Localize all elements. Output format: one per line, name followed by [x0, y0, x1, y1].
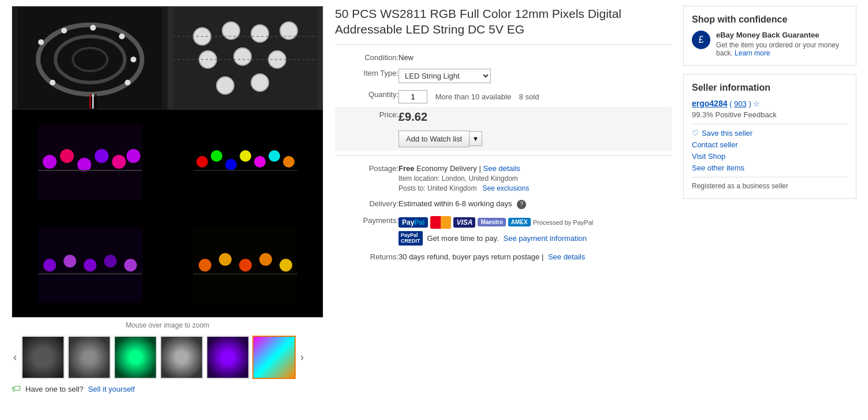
svg-point-51	[199, 259, 211, 272]
postage-label: Postage:	[335, 161, 398, 196]
item-type-select[interactable]: LED String Light Other	[398, 69, 491, 83]
sell-yourself-link[interactable]: Sell it yourself	[88, 385, 135, 393]
seller-rating: (	[729, 99, 732, 108]
price-label: Price:	[335, 107, 398, 127]
main-image-grid-1	[12, 110, 167, 213]
svg-point-36	[211, 150, 222, 162]
watch-cell: Add to Watch list ▼	[398, 127, 672, 151]
svg-point-46	[84, 259, 96, 272]
svg-point-39	[254, 156, 266, 168]
svg-point-55	[280, 259, 292, 272]
postage-see-details-link[interactable]: See details	[483, 164, 520, 173]
returns-pipe: |	[542, 252, 546, 261]
svg-point-4	[38, 39, 44, 45]
payments-row: Payments: PayPal	[335, 213, 672, 250]
thumbnail-4[interactable]	[160, 336, 203, 379]
paypal-credit-text: Get more time to pay.	[427, 234, 499, 243]
feedback-positive: 99.3% Positive Feedback	[692, 110, 848, 119]
delivery-label: Delivery:	[335, 196, 398, 213]
thumbnail-row: ‹ ›	[12, 336, 323, 379]
seller-box: Seller information ergo4284 ( 903 ) ☆ ) …	[683, 74, 856, 199]
thumb-next-button[interactable]: ›	[299, 351, 306, 363]
svg-point-17	[251, 25, 269, 42]
price-value: £9.62	[398, 110, 427, 123]
returns-see-details-link[interactable]: See details	[548, 252, 585, 261]
paypal-credit-row: PayPalCREDIT Get more time to pay. See p…	[398, 231, 672, 246]
delivery-info-icon[interactable]: ?	[517, 200, 526, 209]
condition-label: Condition:	[335, 50, 398, 65]
thumbnail-1[interactable]	[21, 336, 65, 379]
condition-row: Condition: New	[335, 50, 672, 65]
thumbnail-3[interactable]	[114, 336, 157, 379]
payments-label: Payments:	[335, 213, 398, 250]
amex-logo: AMEX	[508, 218, 531, 226]
registered-text: Registered as a business seller	[692, 182, 848, 190]
posts-space	[479, 184, 480, 192]
price-cell: £9.62	[398, 107, 672, 127]
product-table: Condition: New Item Type: LED String Lig…	[335, 50, 672, 151]
watch-btn-group: Add to Watch list ▼	[398, 131, 672, 147]
item-location-label: Item location:	[398, 174, 439, 183]
maestro-logo: Maestro	[478, 218, 505, 226]
seller-info-title: Seller information	[692, 83, 848, 93]
svg-point-28	[60, 149, 74, 163]
guarantee-title: eBay Money Back Guarantee	[716, 31, 848, 39]
price-row: Price: £9.62	[335, 107, 672, 127]
posts-to-value: United Kingdom	[427, 184, 476, 192]
returns-label: Returns:	[335, 249, 398, 265]
payment-info-link[interactable]: See payment information	[504, 234, 587, 243]
svg-point-5	[61, 28, 67, 34]
svg-point-54	[259, 253, 272, 266]
see-other-items-link[interactable]: See other items	[692, 163, 848, 172]
quantity-available: More than 10 available	[435, 92, 512, 101]
payments-cell: PayPal VISA Maestro	[398, 213, 672, 250]
main-image-grid-2	[167, 110, 323, 213]
condition-value: New	[398, 50, 672, 65]
postage-cell: Free Economy Delivery | See details Item…	[398, 161, 672, 196]
returns-value: 30 days refund, buyer pays return postag…	[398, 252, 539, 261]
section-separator	[335, 155, 672, 156]
svg-point-8	[131, 57, 136, 62]
confidence-box: Shop with confidence £ eBay Money Back G…	[683, 6, 856, 66]
svg-point-40	[269, 150, 280, 162]
guarantee-info: eBay Money Back Guarantee Get the item y…	[716, 31, 848, 57]
main-image-top-left	[12, 6, 167, 110]
svg-point-44	[43, 259, 56, 272]
save-seller-link[interactable]: ♡ Save this seller	[692, 129, 848, 137]
svg-point-22	[217, 77, 234, 94]
image-section: Mouse over image to zoom ‹ › 🏷 Have one …	[12, 6, 323, 394]
svg-point-32	[126, 149, 140, 163]
item-location: Item location: London, United Kingdom	[398, 174, 672, 183]
thumb-prev-button[interactable]: ‹	[12, 351, 18, 363]
thumbnail-2[interactable]	[68, 336, 111, 379]
exclusions-link[interactable]: See exclusions	[482, 184, 529, 192]
thumbnail-5[interactable]	[206, 336, 249, 379]
quantity-sold: 8 sold	[519, 92, 539, 101]
main-image-grid-3	[12, 214, 167, 317]
watch-dropdown-button[interactable]: ▼	[470, 131, 482, 146]
save-seller-label: Save this seller	[702, 129, 752, 137]
svg-point-52	[219, 253, 232, 266]
postage-free: Free	[398, 164, 414, 173]
svg-point-38	[240, 150, 251, 162]
visit-shop-link[interactable]: Visit Shop	[692, 152, 848, 161]
svg-point-27	[43, 155, 57, 169]
seller-name-link[interactable]: ergo4284	[692, 99, 727, 108]
svg-point-7	[119, 34, 125, 39]
seller-rating-link[interactable]: 903	[734, 99, 747, 108]
seller-divider-2	[692, 177, 848, 177]
returns-cell: 30 days refund, buyer pays return postag…	[398, 249, 672, 265]
main-layout: Mouse over image to zoom ‹ › 🏷 Have one …	[12, 6, 856, 394]
title-separator	[335, 44, 672, 45]
quantity-input[interactable]	[398, 90, 427, 103]
learn-more-link[interactable]: Learn more	[735, 49, 770, 57]
svg-point-9	[125, 80, 131, 86]
returns-row: Returns: 30 days refund, buyer pays retu…	[335, 249, 672, 265]
watch-button[interactable]: Add to Watch list	[398, 131, 470, 147]
sell-label: Have one to sell?	[25, 385, 83, 393]
thumbnail-6[interactable]	[252, 336, 296, 379]
visa-logo: VISA	[453, 217, 475, 228]
contact-seller-link[interactable]: Contact seller	[692, 140, 848, 149]
svg-point-53	[239, 259, 252, 272]
guarantee-desc: Get the item you ordered or your money b…	[716, 41, 848, 57]
